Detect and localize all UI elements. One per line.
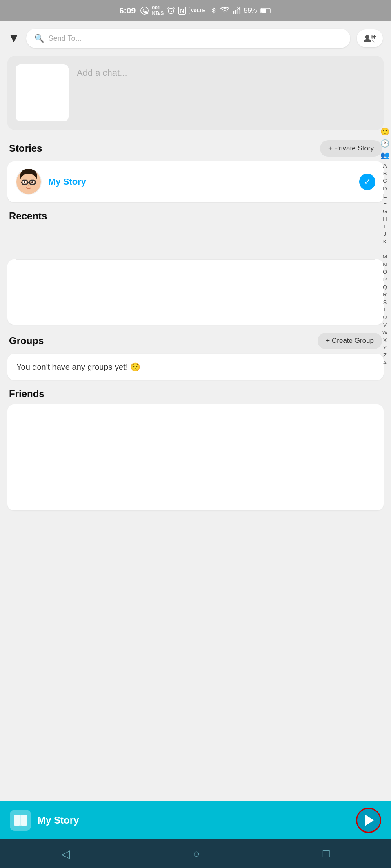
chat-avatar-box	[16, 64, 69, 121]
private-story-button[interactable]: + Private Story	[320, 140, 382, 157]
battery-icon	[260, 7, 272, 14]
alpha-J[interactable]: J	[384, 231, 387, 237]
alpha-W[interactable]: W	[382, 329, 387, 336]
alpha-I[interactable]: I	[384, 223, 386, 230]
alpha-N[interactable]: N	[383, 261, 387, 268]
alpha-K[interactable]: K	[383, 239, 387, 245]
main-content: ▼ 🔍 Send To... Add a chat... 🙂 🕐 👥 A B C	[0, 21, 391, 604]
stories-title: Stories	[9, 143, 42, 154]
bottom-spacer	[0, 515, 391, 604]
volte-icon: VoLTE	[189, 7, 207, 14]
status-time: 6:09	[119, 6, 136, 15]
alpha-C[interactable]: C	[383, 178, 387, 184]
groups-empty-message: You don't have any groups yet! 😟	[16, 362, 140, 371]
alpha-P[interactable]: P	[383, 276, 387, 283]
svg-rect-3	[235, 10, 236, 14]
alpha-U[interactable]: U	[383, 314, 387, 321]
alpha-D[interactable]: D	[383, 186, 387, 192]
alpha-Q[interactable]: Q	[383, 284, 387, 291]
create-group-button[interactable]: + Create Group	[318, 333, 382, 349]
recent-apps-button[interactable]: □	[323, 847, 330, 860]
friends-box	[7, 404, 384, 510]
story-avatar	[16, 169, 42, 195]
bottom-play-button[interactable]	[356, 808, 381, 833]
bluetooth-icon	[211, 7, 217, 15]
story-check-icon[interactable]: ✓	[359, 174, 375, 190]
recents-section: Recents	[0, 206, 391, 325]
friends-header: Friends	[0, 384, 391, 404]
alpha-F[interactable]: F	[383, 201, 387, 207]
play-triangle-icon	[365, 815, 374, 826]
groups-box: You don't have any groups yet! 😟	[7, 354, 384, 380]
alpha-G[interactable]: G	[383, 208, 387, 215]
add-chat-section[interactable]: Add a chat...	[7, 56, 384, 130]
bottom-action-bar: My Story	[0, 801, 391, 839]
bottom-story-label: My Story	[38, 815, 79, 826]
alpha-hash[interactable]: #	[383, 360, 386, 366]
alpha-B[interactable]: B	[383, 170, 387, 177]
alpha-A[interactable]: A	[383, 163, 387, 169]
groups-title: Groups	[9, 335, 44, 347]
friends-section: Friends	[0, 384, 391, 510]
svg-rect-28	[14, 815, 20, 826]
battery-percentage: 55%	[244, 7, 257, 14]
chevron-down-icon[interactable]: ▼	[8, 32, 20, 45]
add-friends-icon	[363, 33, 376, 43]
alpha-S[interactable]: S	[383, 299, 387, 306]
groups-header: Groups + Create Group	[0, 329, 391, 354]
alarm-icon	[167, 7, 175, 15]
alpha-X[interactable]: X	[383, 337, 387, 344]
alpha-Y[interactable]: Y	[383, 345, 387, 351]
alpha-L[interactable]: L	[383, 246, 386, 253]
alpha-O[interactable]: O	[383, 269, 387, 275]
search-bar[interactable]: 🔍 Send To...	[26, 29, 350, 48]
top-bar: ▼ 🔍 Send To...	[0, 21, 391, 53]
svg-rect-30	[20, 815, 21, 826]
recents-header: Recents	[0, 206, 391, 227]
stories-header: Stories + Private Story	[0, 136, 391, 161]
search-placeholder: Send To...	[49, 34, 82, 43]
stories-section: Stories + Private Story	[0, 136, 391, 202]
svg-rect-9	[261, 9, 266, 13]
friends-title: Friends	[9, 388, 44, 400]
wifi-icon	[220, 7, 229, 14]
my-story-item[interactable]: My Story ✓	[7, 161, 384, 202]
add-chat-placeholder: Add a chat...	[77, 64, 127, 121]
alpha-T[interactable]: T	[383, 307, 387, 313]
back-button[interactable]: ◁	[61, 847, 70, 861]
alpha-R[interactable]: R	[383, 292, 387, 298]
add-friends-button[interactable]	[357, 29, 383, 47]
signal-icon	[233, 7, 241, 15]
svg-point-27	[31, 181, 33, 183]
clock-icon[interactable]: 🕐	[380, 139, 389, 148]
alpha-E[interactable]: E	[383, 193, 387, 199]
status-icons: 001KB/S N VoLTE 55%	[140, 5, 271, 16]
whatsapp-icon	[140, 7, 149, 15]
svg-point-10	[365, 35, 369, 39]
groups-section: Groups + Create Group You don't have any…	[0, 329, 391, 380]
svg-point-26	[24, 181, 25, 183]
bottom-story-icon-box	[10, 810, 31, 831]
book-icon	[13, 813, 28, 827]
alpha-M[interactable]: M	[383, 254, 387, 260]
home-button[interactable]: ○	[193, 847, 200, 860]
bitmoji-avatar-svg	[16, 169, 42, 195]
status-bar: 6:09 001KB/S N VoLTE 55%	[0, 0, 391, 21]
alphabet-index: 🙂 🕐 👥 A B C D E F G H I J K L M N O P Q …	[380, 127, 389, 366]
alpha-V[interactable]: V	[383, 322, 387, 328]
recents-divider	[16, 259, 375, 260]
bottom-story-left: My Story	[10, 810, 79, 831]
emoji-icon[interactable]: 🙂	[380, 127, 389, 136]
android-nav-bar: ◁ ○ □	[0, 839, 391, 868]
recents-title: Recents	[9, 210, 47, 222]
alpha-H[interactable]: H	[383, 216, 387, 222]
my-story-label: My Story	[48, 177, 353, 187]
svg-rect-29	[21, 815, 27, 826]
group-icon[interactable]: 👥	[380, 151, 389, 160]
alpha-Z[interactable]: Z	[383, 352, 387, 359]
svg-rect-2	[233, 11, 234, 14]
nfc-icon: N	[178, 7, 186, 15]
recents-box	[7, 259, 384, 325]
search-icon: 🔍	[34, 33, 44, 43]
data-icon: 001KB/S	[152, 5, 164, 16]
